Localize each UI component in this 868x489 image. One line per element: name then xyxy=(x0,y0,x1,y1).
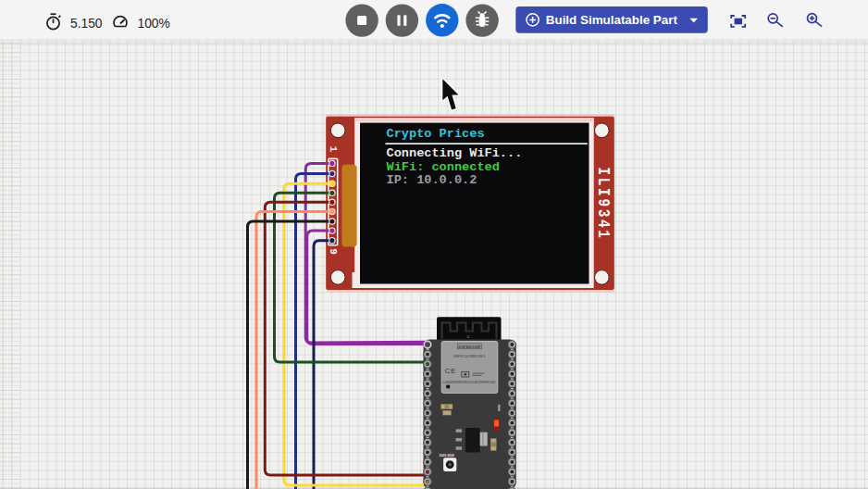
svg-text:ILI9341: ILI9341 xyxy=(593,168,613,241)
svg-text:Crypto Prices: Crypto Prices xyxy=(387,127,485,141)
svg-text:9: 9 xyxy=(328,248,339,255)
svg-text:3020 3008: 3020 3008 xyxy=(440,454,454,458)
svg-text:ESPRESSIF: ESPRESSIF xyxy=(458,345,481,349)
svg-text:C: C xyxy=(466,334,469,339)
svg-text:IC:20953-ESP32WROOM32 FCC ID:: IC:20953-ESP32WROOM32 FCC ID:2AC7Z-ESPWR… xyxy=(443,381,496,384)
svg-text:WiFi: connected: WiFi: connected xyxy=(387,160,500,174)
svg-text:ESP32-D0-WROOM-1: ESP32-D0-WROOM-1 xyxy=(454,355,486,358)
svg-text:100%: 100% xyxy=(138,17,170,31)
svg-text:CE: CE xyxy=(445,367,456,375)
svg-text:Connecting WiFi...: Connecting WiFi... xyxy=(387,146,523,160)
svg-text:5.150: 5.150 xyxy=(70,17,103,31)
svg-text:1: 1 xyxy=(328,146,339,153)
svg-text:IP: 10.0.0.2: IP: 10.0.0.2 xyxy=(387,173,477,187)
svg-text:Build Simulatable Part: Build Simulatable Part xyxy=(546,13,678,27)
